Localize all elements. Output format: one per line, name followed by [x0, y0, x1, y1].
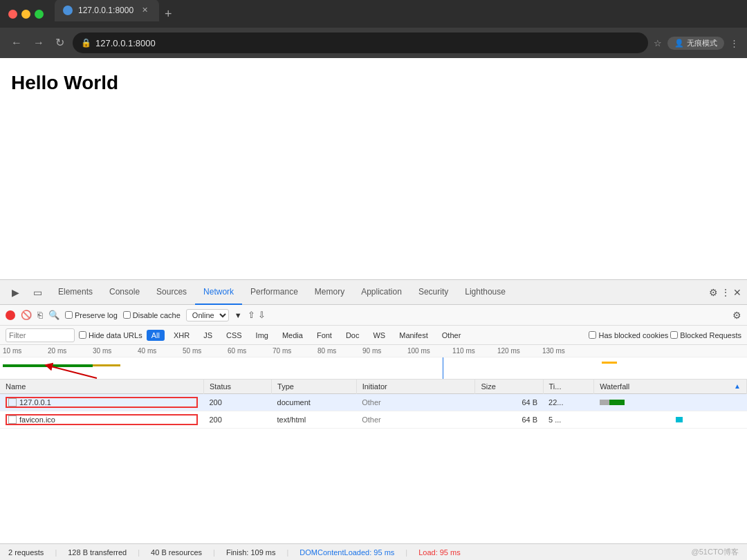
waterfall-indicator: [602, 362, 617, 364]
file-icon: [8, 416, 17, 424]
chevron-down-icon[interactable]: ▼: [234, 311, 242, 319]
has-blocked-cookies-checkbox[interactable]: Has blocked cookies: [589, 331, 668, 339]
tick-20ms: 20 ms: [45, 347, 90, 355]
transferred-size: 128 B transferred: [68, 548, 127, 557]
forward-button[interactable]: →: [30, 35, 47, 51]
table-row[interactable]: favicon.ico200text/htmlOther64 B5 ...: [0, 411, 747, 429]
tab-elements[interactable]: Elements: [50, 280, 101, 305]
close-devtools-icon[interactable]: ✕: [733, 287, 741, 298]
tick-70ms: 70 ms: [270, 347, 315, 355]
row-status-cell: 200: [203, 394, 271, 411]
filter-img-button[interactable]: Img: [251, 330, 273, 341]
filter-icon[interactable]: ⎗: [37, 310, 43, 320]
annotation-arrow: [42, 357, 152, 380]
new-tab-button[interactable]: +: [165, 7, 172, 21]
tab-console[interactable]: Console: [101, 280, 148, 305]
network-settings-icon[interactable]: ⚙: [732, 310, 741, 321]
svg-line-0: [48, 366, 97, 378]
filter-other-button[interactable]: Other: [437, 330, 466, 341]
tab-lighthouse[interactable]: Lighthouse: [456, 280, 514, 305]
filter-input[interactable]: [6, 328, 75, 342]
filter-css-button[interactable]: CSS: [221, 330, 247, 341]
preserve-log-checkbox[interactable]: Preserve log: [65, 311, 118, 319]
status-bar: 2 requests | 128 B transferred | 40 B re…: [0, 543, 747, 560]
col-initiator-header[interactable]: Initiator: [356, 380, 475, 394]
row-type-cell: text/html: [272, 411, 357, 429]
col-waterfall-header[interactable]: Waterfall ▲: [594, 380, 747, 394]
filter-doc-button[interactable]: Doc: [341, 330, 365, 341]
filter-xhr-button[interactable]: XHR: [169, 330, 194, 341]
row-status-cell: 200: [203, 411, 271, 429]
filter-media-button[interactable]: Media: [277, 330, 308, 341]
cursor-icon[interactable]: ▶: [6, 283, 25, 302]
download-icon[interactable]: ⇩: [258, 310, 266, 320]
throttle-select[interactable]: Online: [186, 309, 229, 321]
col-time-header[interactable]: Ti...: [543, 380, 594, 394]
resources-size: 40 B resources: [151, 548, 202, 557]
blocked-requests-checkbox[interactable]: Blocked Requests: [670, 331, 741, 339]
reload-button[interactable]: ↻: [53, 35, 67, 51]
file-icon: [8, 398, 17, 407]
tab-application[interactable]: Application: [353, 280, 410, 305]
tab-memory[interactable]: Memory: [306, 280, 353, 305]
tab-security[interactable]: Security: [410, 280, 456, 305]
maximize-button[interactable]: [35, 10, 44, 19]
col-name-header[interactable]: Name: [0, 380, 203, 394]
record-button[interactable]: [6, 310, 15, 320]
url-text: 127.0.0.1:8000: [95, 38, 156, 48]
row-name-cell: 127.0.0.1: [0, 394, 203, 411]
row-name-cell: favicon.ico: [0, 411, 203, 429]
devtools-panel: ▶ ▭ Elements Console Sources Network Per…: [0, 279, 747, 560]
search-icon[interactable]: 🔍: [48, 310, 59, 320]
filter-all-button[interactable]: All: [147, 330, 165, 341]
upload-download-icons: ⇧ ⇩: [248, 310, 266, 320]
hide-data-urls-checkbox[interactable]: Hide data URLs: [79, 331, 142, 339]
tick-130ms: 130 ms: [540, 347, 584, 355]
upload-icon[interactable]: ⇧: [248, 310, 255, 320]
filter-ws-button[interactable]: WS: [368, 330, 390, 341]
filter-js-button[interactable]: JS: [199, 330, 217, 341]
table-header-row: Name Status Type Initiator Size Ti... Wa…: [0, 380, 747, 394]
filter-manifest-button[interactable]: Manifest: [394, 330, 433, 341]
row-type-cell: document: [272, 394, 357, 411]
filter-font-button[interactable]: Font: [312, 330, 337, 341]
row-size-cell: 64 B: [475, 394, 543, 411]
more-icon[interactable]: ⋮: [721, 287, 730, 298]
tab-performance[interactable]: Performance: [242, 280, 306, 305]
tab-favicon-icon: [63, 6, 73, 15]
star-icon[interactable]: ☆: [654, 38, 662, 48]
tab-sources[interactable]: Sources: [148, 280, 195, 305]
requests-count: 2 requests: [8, 548, 44, 557]
browser-tab[interactable]: 127.0.0.1:8000 ✕: [55, 0, 159, 21]
tick-80ms: 80 ms: [315, 347, 360, 355]
tick-90ms: 90 ms: [360, 347, 405, 355]
tab-network[interactable]: Network: [195, 280, 242, 305]
timeline-area: 10 ms 20 ms 30 ms 40 ms 50 ms 60 ms 70 m…: [0, 345, 747, 380]
disable-cache-checkbox[interactable]: Disable cache: [123, 311, 181, 319]
table-row[interactable]: 127.0.0.1200documentOther64 B22...: [0, 394, 747, 411]
tick-100ms: 100 ms: [405, 347, 450, 355]
tick-120ms: 120 ms: [495, 347, 540, 355]
tick-40ms: 40 ms: [135, 347, 180, 355]
menu-icon[interactable]: ⋮: [730, 38, 739, 48]
toolbar-right: ☆ 👤 无痕模式 ⋮: [654, 37, 739, 50]
address-bar[interactable]: 🔒 127.0.0.1:8000: [73, 32, 648, 53]
page-content: Hello World: [0, 58, 747, 279]
clear-button[interactable]: 🚫: [21, 310, 32, 320]
watermark: @51CTO博客: [692, 547, 739, 557]
tab-close-icon[interactable]: ✕: [142, 6, 148, 15]
incognito-button[interactable]: 👤 无痕模式: [667, 37, 724, 50]
col-size-header[interactable]: Size: [475, 380, 543, 394]
tick-10ms: 10 ms: [0, 347, 45, 355]
col-status-header[interactable]: Status: [203, 380, 271, 394]
browser-toolbar: ← → ↻ 🔒 127.0.0.1:8000 ☆ 👤 无痕模式 ⋮: [0, 28, 747, 58]
minimize-button[interactable]: [21, 10, 30, 19]
row-name: favicon.ico: [19, 416, 55, 424]
devtools-actions: ⚙ ⋮ ✕: [709, 287, 741, 298]
back-button[interactable]: ←: [8, 35, 25, 51]
row-name: 127.0.0.1: [19, 398, 51, 407]
col-type-header[interactable]: Type: [272, 380, 357, 394]
device-icon[interactable]: ▭: [28, 283, 47, 302]
settings-icon[interactable]: ⚙: [709, 287, 718, 298]
close-button[interactable]: [8, 10, 17, 19]
